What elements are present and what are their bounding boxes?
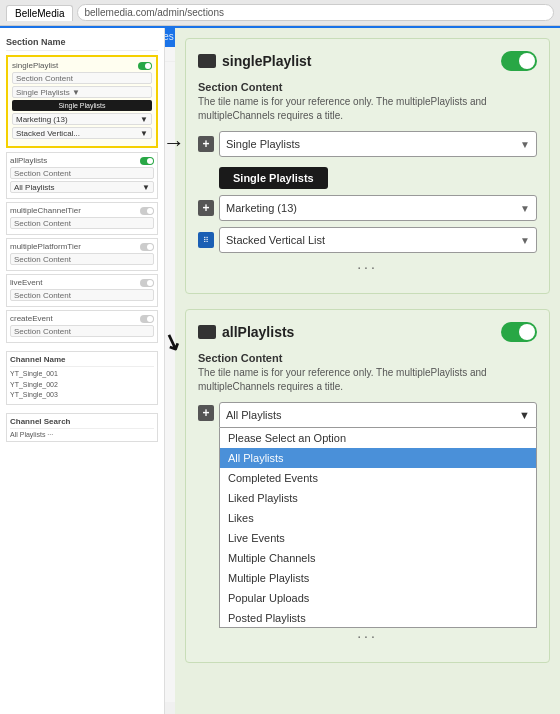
preview-header: Channel Name — [10, 355, 154, 367]
preview-table: Channel Name YT_Single_001 YT_Single_002… — [6, 351, 158, 405]
mini-label-ce: createEvent — [10, 314, 53, 323]
sidebar-live-event: liveEvent Section Content — [6, 274, 158, 307]
all-dropdown-arrow: ▼ — [519, 409, 530, 421]
plus-icon-1[interactable]: + — [198, 136, 214, 152]
plus-symbol-1: + — [202, 137, 209, 151]
plus-icon-all-1[interactable]: + — [198, 405, 214, 421]
sidebar-create-event: createEvent Section Content — [6, 310, 158, 343]
single-dropdown-2-arrow: ▼ — [520, 203, 530, 214]
mini-label-all: allPlaylists — [10, 156, 47, 165]
single-dots: ··· — [198, 259, 537, 275]
all-dropdown-container: All Playlists ▼ Please Select an Option … — [219, 402, 537, 428]
bottom-preview: Channel Search All Playlists ··· — [6, 413, 158, 442]
mini-toggle-ce[interactable] — [140, 315, 154, 323]
single-dropdown-1-value: Single Playlists — [226, 138, 300, 150]
mini-toggle-all[interactable] — [140, 157, 154, 165]
option-multiple-channels[interactable]: Multiple Channels — [220, 548, 536, 568]
all-dropdown-selected[interactable]: All Playlists ▼ — [219, 402, 537, 428]
mini-select-label-2: Stacked Vertical... — [16, 129, 80, 138]
plus-symbol-all: + — [202, 406, 209, 420]
single-description: The tile name is for your reference only… — [198, 95, 537, 123]
mini-field-le: Section Content — [10, 289, 154, 301]
all-toggle[interactable] — [501, 322, 537, 342]
single-selected-btn[interactable]: Single Playlists — [219, 167, 328, 189]
left-panel: Section Name singlePlaylist Section Cont… — [0, 28, 165, 714]
main-content: singlePlaylist Section Content The tile … — [175, 28, 560, 714]
preview-rows: YT_Single_001 YT_Single_002 YT_Single_00… — [10, 369, 154, 401]
plus-icon-2[interactable]: + — [198, 200, 214, 216]
mini-field-1: Section Content — [12, 72, 152, 84]
single-dropdown-1[interactable]: Single Playlists ▼ — [219, 131, 537, 157]
mini-label-single: singlePlaylist — [12, 61, 58, 70]
mini-section-single: singlePlaylist Section Content Single Pl… — [12, 61, 152, 139]
bottom-search: All Playlists ··· — [10, 431, 154, 438]
option-likes[interactable]: Likes — [220, 508, 536, 528]
mini-select-1: Marketing (13) ▼ — [12, 113, 152, 125]
single-dropdown-3-arrow: ▼ — [520, 235, 530, 246]
all-content-label: Section Content — [198, 352, 537, 364]
single-title-row: singlePlaylist — [198, 53, 311, 69]
mini-toggle-mp[interactable] — [140, 243, 154, 251]
arrow-1: → — [163, 130, 185, 156]
mini-select-all: All Playlists ▼ — [10, 181, 154, 193]
single-toggle[interactable] — [501, 51, 537, 71]
option-live-events[interactable]: Live Events — [220, 528, 536, 548]
mini-toggle-single[interactable] — [138, 62, 152, 70]
single-dropdown-3-value: Stacked Vertical List — [226, 234, 325, 246]
single-dropdown-2-value: Marketing (13) — [226, 202, 297, 214]
mini-label-mp: multiplePlatformTier — [10, 242, 81, 251]
mini-field-2: Single Playlists ▼ — [12, 86, 152, 98]
bottom-header: Channel Search — [10, 417, 154, 429]
option-posted-playlists[interactable]: Posted Playlists — [220, 608, 536, 628]
option-multiple-playlists[interactable]: Multiple Playlists — [220, 568, 536, 588]
sidebar-header: Section Name — [6, 34, 158, 51]
option-liked-playlists[interactable]: Liked Playlists — [220, 488, 536, 508]
mini-btn-single: Single Playlists — [12, 100, 152, 111]
mini-label-all2: All Playlists — [14, 183, 54, 192]
single-dropdown-row-2: + Marketing (13) ▼ — [198, 195, 537, 221]
option-all-playlists[interactable]: All Playlists — [220, 448, 536, 468]
mini-row-single: singlePlaylist — [12, 61, 152, 70]
search-row: All Playlists ··· — [10, 431, 154, 438]
tv-icon-single — [198, 54, 216, 68]
all-title-text: allPlaylists — [222, 324, 294, 340]
url-bar[interactable]: bellemedia.com/admin/sections — [77, 4, 554, 21]
content-wrapper: Section Name singlePlaylist Section Cont… — [0, 62, 560, 702]
option-please-select[interactable]: Please Select an Option — [220, 428, 536, 448]
mini-field-mp: Section Content — [10, 253, 154, 265]
mini-chevron-2: ▼ — [140, 129, 148, 138]
mini-row-le: liveEvent — [10, 278, 154, 287]
all-playlists-card: allPlaylists Section Content The tile na… — [185, 309, 550, 663]
mini-chevron: ▼ — [140, 115, 148, 124]
mini-toggle-mc[interactable] — [140, 207, 154, 215]
mini-field-mc: Section Content — [10, 217, 154, 229]
option-popular-uploads[interactable]: Popular Uploads — [220, 588, 536, 608]
mini-select-2: Stacked Vertical... ▼ — [12, 127, 152, 139]
drag-icon-1[interactable]: ⠿ — [198, 232, 214, 248]
sidebar-single-playlist[interactable]: singlePlaylist Section Content Single Pl… — [6, 55, 158, 148]
mini-row-all: allPlaylists — [10, 156, 154, 165]
all-dropdown-list[interactable]: Please Select an Option All Playlists Co… — [219, 428, 537, 628]
option-completed-events[interactable]: Completed Events — [220, 468, 536, 488]
single-dropdown-2[interactable]: Marketing (13) ▼ — [219, 195, 537, 221]
single-playlist-card: singlePlaylist Section Content The tile … — [185, 38, 550, 294]
mini-toggle-le[interactable] — [140, 279, 154, 287]
all-description: The tile name is for your reference only… — [198, 366, 537, 394]
mini-row-mc: multipleChannelTier — [10, 206, 154, 215]
plus-symbol-2: + — [202, 201, 209, 215]
sidebar-multi-platform: multiplePlatformTier Section Content — [6, 238, 158, 271]
preview-row-1: YT_Single_001 — [10, 369, 154, 380]
single-dropdown-row-1: + Single Playlists ▼ — [198, 131, 537, 157]
all-dropdown-row-1: + All Playlists ▼ Please Select an Optio… — [198, 402, 537, 428]
preview-row-2: YT_Single_002 — [10, 380, 154, 391]
single-dropdown-1-arrow: ▼ — [520, 139, 530, 150]
all-header: allPlaylists — [198, 322, 537, 342]
mini-field-ce: Section Content — [10, 325, 154, 337]
browser-tab[interactable]: BelleMedia — [6, 5, 73, 21]
single-dropdown-3[interactable]: Stacked Vertical List ▼ — [219, 227, 537, 253]
mini-row-ce: createEvent — [10, 314, 154, 323]
all-dots: ··· — [198, 628, 537, 644]
mini-chevron-all: ▼ — [142, 183, 150, 192]
single-header: singlePlaylist — [198, 51, 537, 71]
mini-label-mc: multipleChannelTier — [10, 206, 81, 215]
